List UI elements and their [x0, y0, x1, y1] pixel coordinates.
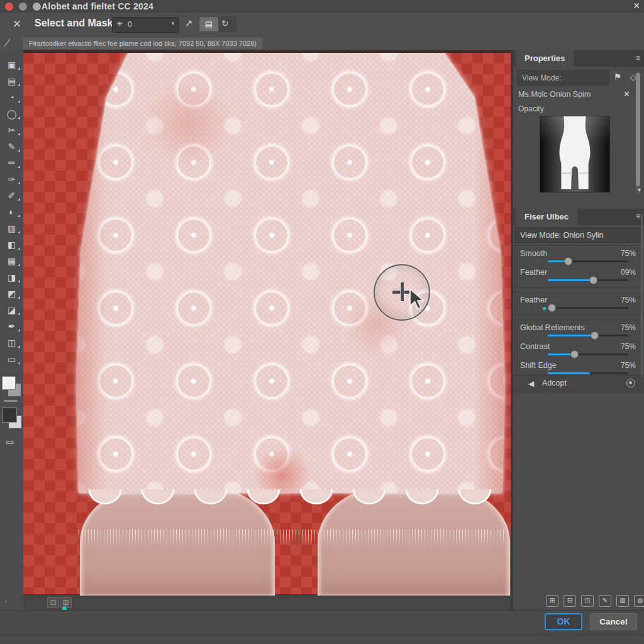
quick-selection-tool[interactable]: ◔	[0, 89, 23, 106]
marquee-tool[interactable]: ▭	[0, 351, 23, 367]
view-mode-value-field[interactable]: View Mode: Onion Sylin	[514, 228, 641, 243]
traffic-light-close-icon[interactable]	[5, 3, 13, 11]
crop-tool-icon: ◩	[8, 289, 16, 299]
slider-label: Global Refiements	[520, 323, 585, 332]
traffic-light-zoom-icon[interactable]	[33, 3, 41, 11]
tab-fiser-ulbec[interactable]: Fiser Ulbec	[516, 209, 577, 225]
cancel-button[interactable]: Cancel	[590, 613, 637, 630]
mask-item-label: Ms.Molc Onion Spim	[518, 90, 591, 99]
pen-tool[interactable]: ✎	[0, 138, 23, 155]
slider-handle[interactable]	[591, 331, 599, 340]
title-bar: Alobet and fieltet CC 2024 ✕	[0, 0, 644, 13]
panel-menu-icon[interactable]: ≡	[636, 53, 640, 62]
canvas[interactable]	[23, 50, 511, 597]
workspace-heading: Select and Mask	[35, 18, 113, 29]
sample-all-layers-button[interactable]: ▤	[199, 17, 218, 31]
dodge-tool[interactable]: ◐	[0, 204, 23, 220]
slider-handle[interactable]	[589, 276, 597, 284]
slider-label: Shift Edge	[520, 361, 557, 370]
mask-brush-tool[interactable]: ◧	[0, 236, 23, 253]
gradient-tool[interactable]: ▦	[0, 253, 23, 269]
panel-edge-scrollbar[interactable]	[641, 214, 643, 377]
slider-group: Global Refiements75%Contrast75%Shift Edg…	[514, 319, 643, 381]
gradient-tool-icon: ▦	[8, 256, 16, 266]
brush-tool[interactable]: ✑	[0, 171, 23, 187]
pencil-tool[interactable]: ✏	[0, 155, 23, 171]
brush-size-icon: ✳	[116, 19, 123, 28]
workspace-close-icon[interactable]: ✕	[13, 18, 21, 31]
slider-track[interactable]	[548, 279, 628, 281]
ok-button[interactable]: OK	[545, 613, 582, 630]
stamp-tool[interactable]: ◪	[0, 302, 23, 318]
pattern-tool[interactable]: ▥	[0, 220, 23, 236]
mannequin-figure	[541, 116, 609, 191]
view-mode-field[interactable]: View Mode:	[517, 70, 609, 86]
slider-track[interactable]	[548, 335, 628, 336]
frame-tool[interactable]: ▣	[0, 57, 23, 73]
zoom-tool[interactable]: ◯	[0, 106, 23, 122]
slider-handle[interactable]	[564, 257, 572, 265]
window-tool-icon: ◫	[8, 338, 16, 348]
film-icon[interactable]: ⊟	[564, 595, 576, 607]
mask-icon[interactable]: ▥	[616, 595, 629, 607]
slider-fill	[548, 335, 594, 336]
pen-icon[interactable]: ✎	[599, 595, 611, 607]
canvas-status-bar: ▢ ◫	[23, 594, 511, 611]
brush-size-value: 0	[128, 20, 132, 29]
mask-thumbnail[interactable]	[540, 116, 610, 192]
screen-mode-icon[interactable]: ▭	[6, 436, 14, 447]
zoom-tool-icon: ◯	[7, 109, 17, 119]
shape-tool[interactable]: ◨	[0, 269, 23, 286]
mask-item-row[interactable]: Ms.Molc Onion Spim ✕	[513, 88, 644, 102]
crop-tool[interactable]: ◩	[0, 286, 23, 302]
proxy-preview-icon[interactable]: ▢	[47, 597, 59, 608]
slider-label: Feather	[520, 296, 547, 304]
sampler-icon[interactable]: ↗	[185, 18, 193, 29]
window-close-icon[interactable]: ✕	[633, 1, 640, 11]
mask-close-icon[interactable]: ✕	[623, 89, 630, 99]
lasso-tool[interactable]: ✐	[0, 187, 23, 204]
slider-label: Feather	[520, 268, 547, 277]
slider-handle[interactable]	[548, 304, 556, 312]
brush-size-dropdown[interactable]: ✳ 0 ▾	[112, 17, 179, 33]
pencil-tool-icon: ✏	[8, 158, 16, 168]
tab-properties[interactable]: Properties	[516, 50, 574, 67]
options-icon[interactable]: ◍	[634, 595, 644, 607]
status-pen-icon: ╱	[4, 38, 11, 47]
opacity-label: Opacity	[518, 104, 544, 113]
collapse-triangle-icon[interactable]: ◀	[528, 379, 534, 388]
scroll-down-icon[interactable]: ▾	[638, 186, 641, 193]
artboard-tool[interactable]: ▤	[0, 73, 23, 89]
slider-label: Contrast	[520, 342, 550, 351]
layer-icon[interactable]: ◳	[581, 595, 594, 607]
foreground-swatch[interactable]	[2, 376, 16, 390]
target-icon[interactable]	[626, 379, 635, 387]
scrollbar-thumb[interactable]	[636, 73, 640, 186]
panel-menu2-icon[interactable]: ≡	[636, 212, 640, 221]
slider-track[interactable]	[548, 353, 628, 355]
tool-overflow-icon[interactable]: ◦	[4, 597, 7, 605]
footer-bar: OK Cancel	[0, 610, 644, 644]
status-row: ╱ Firartoodker etvacilo fliec foe plame …	[0, 36, 644, 50]
mask-foreground-swatch[interactable]	[2, 408, 17, 423]
tool-list: ▣▤◔◯✂✎✏✑✐◐▥◧▦◨◩◪✒◫▭	[0, 57, 23, 367]
adapt-row[interactable]: ◀ Adcopt	[513, 375, 644, 392]
window-tool[interactable]: ◫	[0, 335, 23, 351]
slider-handle[interactable]	[570, 350, 579, 358]
slider-value: 75%	[621, 249, 636, 258]
quick-selection-tool-icon: ◔	[9, 92, 14, 103]
slider-value: 75%	[621, 361, 636, 370]
slider-track[interactable]	[548, 372, 628, 374]
flag-icon[interactable]: ⚑	[613, 72, 621, 82]
mask-brush-tool-icon: ◧	[8, 240, 16, 250]
scissors-tool[interactable]: ✂	[0, 122, 23, 138]
slider-track[interactable]	[548, 260, 628, 262]
ink-brush-tool[interactable]: ✒	[0, 318, 23, 335]
brush-tool-icon: ✑	[8, 174, 16, 184]
grid-icon[interactable]: ⊞	[546, 595, 558, 607]
traffic-light-minimize-icon[interactable]	[19, 3, 27, 11]
view-mode-row: View Mode: ⚑ ◇	[513, 70, 644, 86]
slider-track[interactable]	[548, 307, 628, 309]
adapt-label: Adcopt	[542, 379, 567, 387]
refresh-icon[interactable]: ↻	[221, 18, 229, 28]
